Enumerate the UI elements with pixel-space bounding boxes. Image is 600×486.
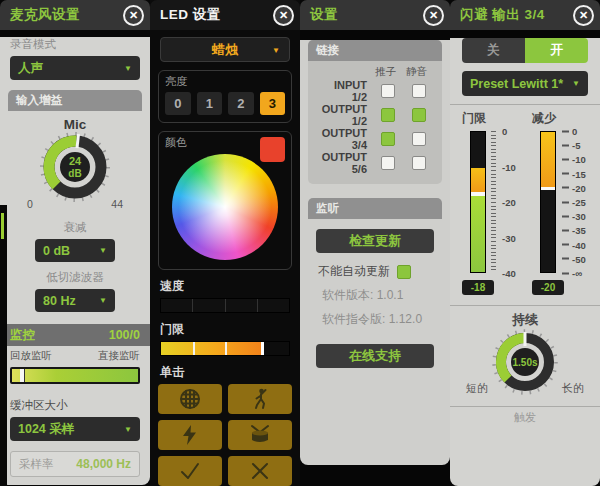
close-icon: ✕ [429, 9, 438, 22]
ducking-on-button[interactable]: 开 [525, 38, 588, 63]
buffer-value: 1024 采样 [18, 421, 124, 438]
lowcut-value: 80 Hz [43, 294, 99, 308]
buffer-dropdown[interactable]: 1024 采样 ▼ [10, 417, 140, 441]
tick-label: -30 [502, 232, 516, 243]
brightness-group: 亮度 0 1 2 3 [158, 70, 292, 123]
link-header: 链接 [308, 40, 442, 61]
samplerate-label: 采样率 [19, 457, 54, 472]
mic-close-button[interactable]: ✕ [123, 5, 144, 26]
atten-label: 衰减 [18, 220, 132, 235]
tick-label: 0 [502, 126, 507, 137]
no-auto-update-checkbox[interactable] [397, 265, 411, 279]
click-button-grid [158, 384, 292, 486]
led-mode-dropdown[interactable]: 蜡烛 ▼ [160, 37, 290, 62]
speed-label: 速度 [160, 278, 290, 295]
click-dancer-button[interactable] [228, 384, 292, 414]
close-icon: ✕ [129, 9, 138, 22]
fader-link-checkbox[interactable] [381, 108, 395, 122]
click-disco-ball-button[interactable] [158, 384, 222, 414]
fader-link-checkbox[interactable] [381, 84, 395, 98]
led-threshold-bar[interactable] [160, 341, 290, 356]
hold-value: 1.50s [512, 357, 537, 368]
close-icon: ✕ [579, 9, 588, 22]
brightness-1-button[interactable]: 1 [197, 92, 223, 115]
input-gain-header: 输入增益 [8, 90, 142, 111]
fader-link-checkbox[interactable] [381, 156, 395, 170]
samplerate-box: 采样率 48,000 Hz [10, 451, 140, 477]
settings-panel-body: 链接 推子 静音 INPUT 1/2 OUTPUT 1/2 [300, 40, 450, 465]
trigger-label: 触发 [450, 410, 600, 425]
tick-label: -20 [502, 197, 516, 208]
led-close-button[interactable]: ✕ [273, 5, 294, 26]
link-row: INPUT 1/2 [316, 79, 434, 103]
settings-close-button[interactable]: ✕ [423, 5, 444, 26]
preset-value: Preset Lewitt 1* [470, 77, 572, 91]
check-updates-button[interactable]: 检查更新 [316, 229, 434, 253]
click-label: 单击 [160, 364, 290, 381]
color-swatch[interactable] [260, 137, 285, 162]
tick-label: -10 [572, 154, 586, 165]
panel-led-settings: LED 设置 ✕ 蜡烛 ▼ 亮度 0 1 2 3 颜色 速度 [150, 0, 300, 486]
brightness-0-button[interactable]: 0 [165, 92, 191, 115]
brightness-3-button[interactable]: 3 [260, 92, 286, 115]
gain-unit: dB [68, 168, 81, 179]
atten-dropdown[interactable]: 0 dB ▼ [35, 239, 115, 262]
threshold-ruler [491, 131, 496, 273]
meter-segment [471, 196, 485, 272]
firmware-version-line: 软件指令版: 1.12.0 [322, 311, 442, 328]
panel-settings: 设置 ✕ 链接 推子 静音 INPUT 1/2 [300, 0, 450, 486]
reduce-meter[interactable] [540, 131, 556, 273]
link-row: OUTPUT 5/6 [316, 151, 434, 175]
tick-label: -25 [572, 197, 586, 208]
brightness-2-button[interactable]: 2 [228, 92, 254, 115]
click-cross-button[interactable] [228, 456, 292, 486]
monitor-mix-slider[interactable] [10, 367, 140, 384]
lightning-icon [178, 423, 202, 447]
ducking-off-button[interactable]: 关 [462, 38, 525, 63]
color-wheel[interactable] [172, 154, 278, 260]
preset-dropdown[interactable]: Preset Lewitt 1* ▼ [462, 71, 588, 96]
playback-monitor-label: 回放监听 [10, 349, 52, 363]
link-group: 链接 推子 静音 INPUT 1/2 OUTPUT 1/2 [308, 40, 442, 184]
click-lightning-button[interactable] [158, 420, 222, 450]
tick-label: 0 [572, 126, 577, 137]
knob-pointer [77, 134, 79, 148]
panel-ducking: 闪避 输出 3/4 ✕ 关 开 Preset Lewitt 1* ▼ 门限 减少 [450, 0, 600, 486]
brightness-label: 亮度 [165, 74, 285, 89]
click-check-button[interactable] [158, 456, 222, 486]
mute-link-checkbox[interactable] [412, 156, 426, 170]
long-label: 长的 [562, 381, 584, 396]
tick-label: -40 [502, 268, 516, 279]
record-mode-dropdown[interactable]: 人声 ▼ [10, 56, 140, 80]
ducking-close-button[interactable]: ✕ [573, 5, 594, 26]
divider [450, 305, 600, 306]
ducking-panel-title: 闪避 输出 3/4 [460, 6, 573, 24]
speed-bar[interactable] [160, 298, 290, 313]
monitor-header: 监控 [10, 327, 35, 344]
background-window-edge [0, 205, 7, 486]
channel-label: OUTPUT 3/4 [316, 127, 372, 151]
firmware-version-value: 1.12.0 [389, 312, 422, 326]
fader-link-checkbox[interactable] [381, 132, 395, 146]
mute-link-checkbox[interactable] [412, 84, 426, 98]
mute-link-checkbox[interactable] [412, 108, 426, 122]
lowcut-dropdown[interactable]: 80 Hz ▼ [35, 289, 115, 312]
buffer-label: 缓冲区大小 [10, 398, 140, 413]
click-drum-button[interactable] [228, 420, 292, 450]
tick-label: -5 [572, 140, 580, 151]
tick-label: -35 [572, 225, 586, 236]
dancer-icon [248, 387, 272, 411]
online-support-button[interactable]: 在线支持 [316, 344, 434, 368]
mute-column-label: 静音 [401, 65, 432, 79]
threshold-meter[interactable] [470, 131, 486, 273]
panel-mic-settings: 麦克风设置 ✕ 录音模式 人声 ▼ 输入增益 Mic 24 [0, 0, 150, 486]
lowcut-label: 低切滤波器 [18, 270, 132, 285]
mute-link-checkbox[interactable] [412, 132, 426, 146]
meters-section: 门限 减少 0 -10 -20 -30 -40 [450, 105, 600, 303]
monitor-value: 100/0 [109, 328, 140, 342]
threshold-marker[interactable] [261, 342, 264, 355]
software-version-value: 1.0.1 [377, 288, 404, 302]
gain-knob[interactable]: 24 dB [35, 132, 115, 204]
slider-handle[interactable] [20, 369, 25, 382]
gain-max-label: 44 [111, 198, 123, 210]
